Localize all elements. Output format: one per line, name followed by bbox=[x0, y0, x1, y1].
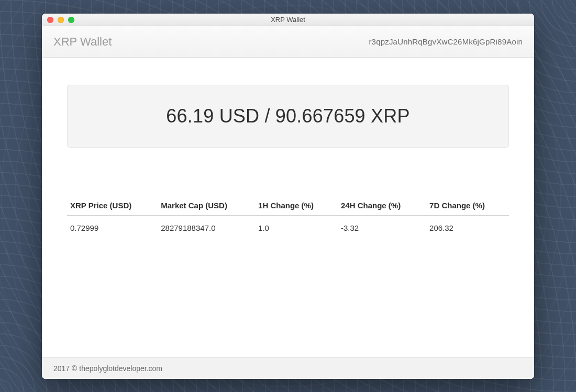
balance-card: 66.19 USD / 90.667659 XRP bbox=[67, 85, 509, 148]
footer: 2017 © thepolyglotdeveloper.com bbox=[42, 357, 534, 379]
cell-price: 0.72999 bbox=[67, 216, 158, 240]
col-header-1h: 1H Change (%) bbox=[255, 196, 338, 216]
window-titlebar[interactable]: XRP Wallet bbox=[42, 14, 534, 26]
close-icon[interactable] bbox=[47, 17, 53, 23]
window-controls bbox=[42, 17, 74, 23]
cell-24h: -3.32 bbox=[338, 216, 426, 240]
table-header-row: XRP Price (USD) Market Cap (USD) 1H Chan… bbox=[67, 196, 509, 216]
main-content: 66.19 USD / 90.667659 XRP XRP Price (USD… bbox=[42, 58, 534, 357]
footer-text: 2017 © thepolyglotdeveloper.com bbox=[53, 364, 162, 373]
col-header-price: XRP Price (USD) bbox=[67, 196, 158, 216]
maximize-icon[interactable] bbox=[68, 17, 74, 23]
app-title: XRP Wallet bbox=[53, 35, 112, 49]
cell-marketcap: 28279188347.0 bbox=[158, 216, 255, 240]
app-window: XRP Wallet XRP Wallet r3qpzJaUnhRqBgvXwC… bbox=[42, 14, 534, 379]
cell-1h: 1.0 bbox=[255, 216, 338, 240]
col-header-24h: 24H Change (%) bbox=[338, 196, 426, 216]
col-header-7d: 7D Change (%) bbox=[426, 196, 509, 216]
wallet-address: r3qpzJaUnhRqBgvXwC26Mk6jGpRi89Aoin bbox=[369, 37, 523, 46]
window-title: XRP Wallet bbox=[42, 16, 534, 24]
app-toolbar: XRP Wallet r3qpzJaUnhRqBgvXwC26Mk6jGpRi8… bbox=[42, 26, 534, 58]
table-row: 0.72999 28279188347.0 1.0 -3.32 206.32 bbox=[67, 216, 509, 240]
minimize-icon[interactable] bbox=[58, 17, 64, 23]
col-header-marketcap: Market Cap (USD) bbox=[158, 196, 255, 216]
balance-value: 66.19 USD / 90.667659 XRP bbox=[78, 105, 498, 127]
cell-7d: 206.32 bbox=[426, 216, 509, 240]
stats-table: XRP Price (USD) Market Cap (USD) 1H Chan… bbox=[67, 196, 509, 240]
